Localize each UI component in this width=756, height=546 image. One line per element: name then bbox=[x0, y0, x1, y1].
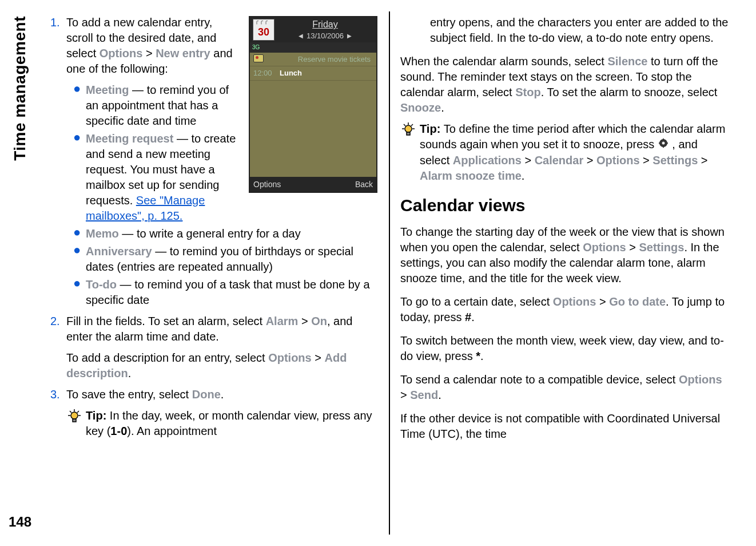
list-item: ●Anniversary — to remind you of birthday… bbox=[73, 244, 379, 275]
step-3: 3. To save the entry, select Done. bbox=[50, 387, 379, 402]
svg-point-7 bbox=[405, 125, 412, 132]
paragraph: If the other device is not compatible wi… bbox=[400, 411, 729, 442]
section-title: Time management bbox=[11, 16, 29, 161]
tip-block: Tip: In the day, week, or month calendar… bbox=[66, 408, 379, 439]
svg-rect-19 bbox=[666, 143, 668, 144]
list-item: ●To-do — to remind you of a task that mu… bbox=[73, 277, 379, 308]
step-2: 2. Fill in the fields. To set an alarm, … bbox=[50, 314, 379, 381]
paragraph: To switch between the month view, week v… bbox=[400, 333, 729, 364]
paragraph: To change the starting day of the week o… bbox=[400, 224, 729, 286]
page-number: 148 bbox=[9, 514, 31, 530]
calendar-views-heading: Calendar views bbox=[400, 194, 729, 217]
phone-weekday: Friday bbox=[277, 18, 373, 31]
step-1: 1. To add a new calendar entry, scroll t… bbox=[50, 15, 242, 77]
memo-text: Reserve movie tickets bbox=[264, 54, 373, 65]
right-column: entry opens, and the characters you ente… bbox=[390, 11, 739, 535]
tip-icon bbox=[66, 408, 86, 439]
content-columns: ╭╭╭ 30 Friday ◀ 13/10/2006 ▶ 3G bbox=[40, 11, 739, 535]
step-number: 1. bbox=[50, 15, 66, 77]
alarm-paragraph: When the calendar alarm sounds, select S… bbox=[400, 54, 729, 116]
svg-line-11 bbox=[404, 124, 405, 126]
softkey-right: Back bbox=[355, 179, 373, 190]
next-day-arrow-icon: ▶ bbox=[347, 32, 352, 40]
softkey-left: Options bbox=[253, 179, 281, 190]
list-item: ●Memo — to write a general entry for a d… bbox=[73, 226, 379, 242]
phone-title-bar: ╭╭╭ 30 Friday ◀ 13/10/2006 ▶ bbox=[250, 17, 376, 42]
appt-time: 12:00 bbox=[253, 68, 280, 78]
step-number: 3. bbox=[50, 387, 66, 402]
phone-date: 13/10/2006 bbox=[307, 31, 344, 41]
left-column: ╭╭╭ 30 Friday ◀ 13/10/2006 ▶ 3G bbox=[40, 11, 390, 535]
svg-rect-6 bbox=[73, 419, 76, 422]
nav-key-icon bbox=[658, 137, 669, 153]
list-item: ●Meeting request — to create and send a … bbox=[73, 131, 242, 224]
phone-appointment-row: 12:00 Lunch bbox=[250, 66, 376, 81]
list-item: ●Meeting — to remind you of an appointme… bbox=[73, 82, 242, 129]
phone-screenshot: ╭╭╭ 30 Friday ◀ 13/10/2006 ▶ 3G bbox=[249, 16, 377, 193]
phone-day-view: Reserve movie tickets 12:00 Lunch bbox=[250, 53, 376, 177]
manual-page: Time management 148 ╭╭╭ 30 Friday ◀ 13/1… bbox=[0, 0, 756, 546]
svg-line-12 bbox=[411, 124, 413, 126]
appt-title: Lunch bbox=[280, 68, 302, 78]
prev-day-arrow-icon: ◀ bbox=[299, 32, 303, 40]
step-number: 2. bbox=[50, 314, 66, 381]
tip-icon bbox=[400, 121, 420, 184]
paragraph: To go to a certain date, select Options … bbox=[400, 294, 729, 325]
svg-rect-17 bbox=[663, 145, 664, 148]
tip-block: Tip: To define the time period after whi… bbox=[400, 121, 729, 184]
network-indicator: 3G bbox=[252, 43, 260, 52]
tip-continuation: entry opens, and the characters you ente… bbox=[430, 15, 729, 46]
phone-softkey-bar: Options Back bbox=[250, 177, 376, 192]
calendar-icon: ╭╭╭ 30 bbox=[253, 19, 274, 41]
svg-point-0 bbox=[71, 412, 78, 419]
phone-status-bar: 3G bbox=[250, 42, 376, 53]
svg-point-15 bbox=[662, 142, 665, 145]
svg-rect-16 bbox=[663, 139, 664, 141]
svg-rect-13 bbox=[407, 132, 410, 135]
svg-rect-18 bbox=[659, 143, 661, 144]
side-rail: Time management 148 bbox=[0, 11, 40, 535]
phone-memo-row: Reserve movie tickets bbox=[250, 53, 376, 67]
svg-line-4 bbox=[70, 411, 71, 413]
paragraph: To send a calendar note to a compatible … bbox=[400, 372, 729, 403]
svg-line-5 bbox=[77, 411, 79, 413]
memo-icon bbox=[253, 54, 264, 62]
